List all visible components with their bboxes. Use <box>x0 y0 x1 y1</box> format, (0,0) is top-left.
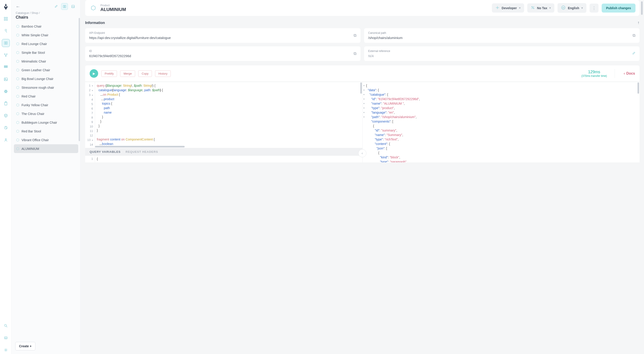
product-header: ⬡ Product ALUMINIUM Developer ▾ No Tax ▾… <box>85 0 640 16</box>
list-item[interactable]: ⬡Vibrant Office Chair <box>14 136 78 144</box>
list-item[interactable]: ⬡Minimalistic Chair <box>14 57 78 66</box>
product-icon: ⬡ <box>16 24 19 28</box>
main-scrollbar[interactable] <box>641 1 643 15</box>
pie-icon[interactable] <box>2 124 10 132</box>
image-icon[interactable] <box>2 75 10 83</box>
list-item[interactable]: ⬡Big Bowl Lounge Chair <box>14 74 78 83</box>
api-endpoint-value: https://api-dev.crystallize.digital/furn… <box>89 36 354 40</box>
svg-rect-8 <box>6 66 6 66</box>
line-gutter: 1▾2▾3▾4 5 6 7 8 9 10 11 12 13▾14 <box>85 82 95 148</box>
list-item[interactable]: ⬡Red Chair <box>14 92 78 100</box>
svg-rect-12 <box>6 67 8 68</box>
breadcrumb-catalogue[interactable]: Catalogue <box>16 11 29 14</box>
pinwheel-icon[interactable] <box>2 27 10 35</box>
query-code[interactable]: query ($language: String!, $path: String… <box>95 82 362 148</box>
list-item[interactable]: ⬡Green Leather Chair <box>14 66 78 74</box>
product-title: ALUMINIUM <box>100 7 126 12</box>
chevron-left-icon: ‹ <box>624 72 625 76</box>
tax-dropdown[interactable]: No Tax ▾ <box>527 3 554 12</box>
id-card: ID 61f4079c5f4e6f267292296d ⧉ <box>85 46 360 61</box>
canonical-card: Canonical path /shop/chairs/aluminium ⧉ <box>364 28 640 43</box>
svg-rect-13 <box>4 78 7 81</box>
main-content: ⬡ Product ALUMINIUM Developer ▾ No Tax ▾… <box>81 0 644 354</box>
request-headers-tab[interactable]: REQUEST HEADERS <box>126 150 158 154</box>
breadcrumb-shop[interactable]: Shop <box>31 11 38 14</box>
list-item[interactable]: ⬡Simple Bar Stool <box>14 48 78 57</box>
query-editor[interactable]: ‹ 1▾2▾3▾4 5 6 7 8 9 10 11 12 13▾14 query… <box>85 82 362 162</box>
cube-icon[interactable] <box>2 112 10 120</box>
catalogue-icon[interactable] <box>2 39 10 47</box>
atom-icon[interactable] <box>2 88 10 96</box>
back-arrow-icon[interactable]: ← <box>16 4 20 9</box>
collapse-drawer-icon[interactable]: ‹ <box>358 149 366 157</box>
section-title: Information <box>85 21 105 25</box>
svg-rect-1 <box>6 17 7 18</box>
list-item[interactable]: ⬡The Citrus Chair <box>14 109 78 118</box>
edit-icon[interactable] <box>53 3 60 10</box>
svg-rect-7 <box>4 66 5 66</box>
product-icon: ⬡ <box>16 68 19 72</box>
svg-point-21 <box>5 139 6 140</box>
api-endpoint-card: API Endpoint https://api-dev.crystallize… <box>85 28 360 43</box>
run-button[interactable]: ▶ <box>90 69 98 78</box>
list-item[interactable]: ⬡Stressmore rough chair <box>14 83 78 92</box>
grid-icon[interactable] <box>2 63 10 71</box>
svg-rect-9 <box>6 66 8 66</box>
svg-rect-2 <box>4 19 5 20</box>
product-icon: ⬡ <box>16 112 19 116</box>
svg-rect-10 <box>4 67 5 68</box>
result-pane[interactable]: ▾▾▾ ▾▾ ▾▾▾ { "data": { "catalogue": { "i… <box>362 82 640 162</box>
information-section: Information ↑ API Endpoint https://api-d… <box>85 20 640 61</box>
copy-icon[interactable]: ⧉ <box>632 33 636 38</box>
vars-editor[interactable]: 1 { <box>85 156 362 162</box>
product-icon: ⬡ <box>16 129 19 133</box>
dashboard-icon[interactable] <box>2 15 10 23</box>
list-item-selected[interactable]: ⬡ALUMINIUM <box>14 144 78 153</box>
collapse-icon[interactable]: ↑ <box>638 20 640 25</box>
list-item[interactable]: ⬡Red Bar Stool <box>14 127 78 136</box>
image-view-icon[interactable] <box>70 3 76 10</box>
svg-point-5 <box>6 54 7 55</box>
logo-icon[interactable] <box>2 3 10 11</box>
sidebar-scrollbar[interactable] <box>79 18 80 141</box>
edit-icon[interactable] <box>632 52 636 56</box>
prettify-button[interactable]: Prettify <box>101 70 117 77</box>
product-icon: ⬡ <box>16 42 19 46</box>
copy-icon[interactable]: ⧉ <box>354 33 356 38</box>
developer-dropdown[interactable]: Developer ▾ <box>492 3 524 12</box>
language-dropdown[interactable]: AZ English ▾ <box>558 3 586 13</box>
merge-button[interactable]: Merge <box>120 70 135 77</box>
list-item[interactable]: ⬡White Simple Chair <box>14 31 78 40</box>
product-icon: ⬡ <box>16 77 19 81</box>
list-item[interactable]: ⬡Bamboo Chair <box>14 22 78 31</box>
list-item[interactable]: ⬡Funky Yellow Chair <box>14 100 78 109</box>
product-icon: ⬡ <box>16 50 19 55</box>
copy-button[interactable]: Copy <box>138 70 152 77</box>
create-button[interactable]: Create + <box>15 342 36 350</box>
gear-icon[interactable] <box>2 346 10 354</box>
language-icon[interactable]: AZ <box>2 334 10 342</box>
book-view-icon[interactable] <box>61 3 68 10</box>
more-menu[interactable]: ⋮ <box>590 4 598 12</box>
editor-hscrollbar[interactable] <box>95 146 185 148</box>
list-item[interactable]: ⬡Red Lounge Chair <box>14 40 78 48</box>
publish-button[interactable]: Publish changes <box>602 4 636 12</box>
result-scrollbar[interactable] <box>638 82 639 94</box>
docs-link[interactable]: ‹ Docs <box>615 69 635 78</box>
history-button[interactable]: History <box>155 70 171 77</box>
user-icon[interactable] <box>2 136 10 144</box>
product-icon: ⬡ <box>16 103 19 107</box>
chevron-down-icon: ▾ <box>550 6 551 10</box>
graphiql-panel: ▶ Prettify Merge Copy History 129ms (370… <box>85 66 640 162</box>
query-variables-tab[interactable]: QUERY VARIABLES <box>90 150 120 154</box>
search-icon[interactable] <box>2 322 10 330</box>
id-value: 61f4079c5f4e6f267292296d <box>89 54 354 58</box>
page-title: Chairs <box>16 15 76 20</box>
chevron-down-icon: ▾ <box>519 6 520 10</box>
clipboard-icon[interactable] <box>2 100 10 108</box>
svg-point-4 <box>4 54 5 55</box>
product-icon: ⬡ <box>16 94 19 98</box>
nodes-icon[interactable] <box>2 51 10 59</box>
list-item[interactable]: ⬡Bubblegum Lounge Chair <box>14 118 78 127</box>
copy-icon[interactable]: ⧉ <box>354 51 356 56</box>
